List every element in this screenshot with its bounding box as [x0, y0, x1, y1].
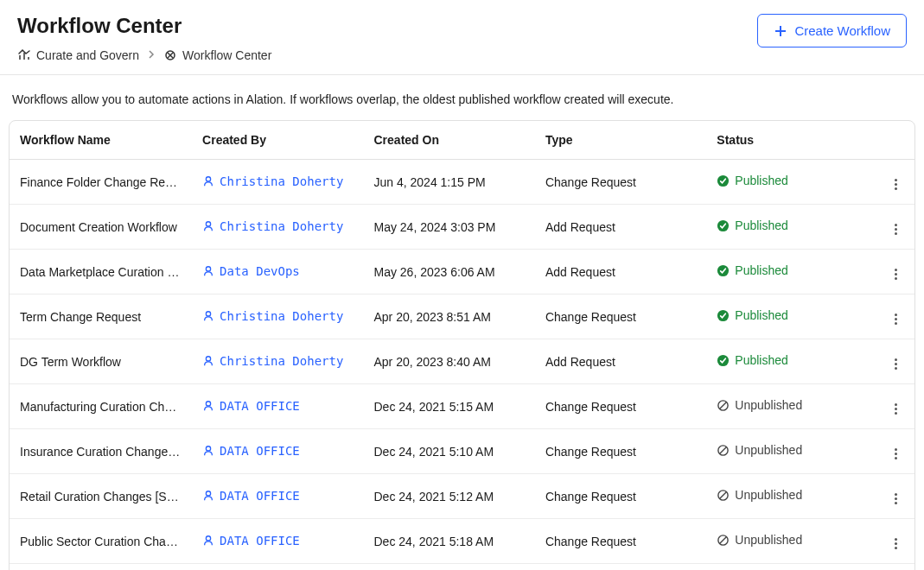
created-by-link[interactable]: Christina Doherty: [202, 174, 343, 188]
type-cell: Change Request: [535, 294, 706, 339]
create-workflow-label: Create Workflow: [794, 23, 890, 38]
created-by-link[interactable]: Christina Doherty: [202, 219, 343, 233]
prohibit-icon: [717, 534, 730, 547]
row-actions-menu[interactable]: [891, 175, 901, 193]
table-row[interactable]: Retail Curation Changes [Sn…DATA OFFICED…: [10, 474, 914, 519]
user-icon: [202, 535, 214, 547]
workflow-name-cell[interactable]: DG Term Workflow: [10, 339, 192, 384]
user-icon: [202, 400, 214, 412]
type-cell: Change Request: [535, 384, 706, 429]
page-title: Workflow Center: [17, 14, 182, 38]
workflow-name-cell[interactable]: Public Sector Curation Chan…: [10, 519, 192, 564]
table-row[interactable]: Finance Folder Change Req…Christina Dohe…: [10, 160, 914, 205]
table-row[interactable]: DG Term WorkflowChristina DohertyApr 20,…: [10, 339, 914, 384]
status-badge: Unpublished: [717, 443, 802, 457]
table-row[interactable]: Data Marketplace Curation …Data DevOpsMa…: [10, 250, 914, 294]
created-on-cell: Oct 14, 2022 8:17 AM: [364, 564, 535, 571]
svg-point-12: [206, 311, 210, 315]
created-on-cell: Dec 24, 2021 5:15 AM: [364, 384, 535, 429]
type-cell: Change Request: [535, 160, 706, 205]
table-row[interactable]: Insurance Curation Changes…DATA OFFICEDe…: [10, 429, 914, 474]
workflow-name-cell[interactable]: Data Marketplace Curation …: [10, 250, 192, 294]
column-header-created-by[interactable]: Created By: [192, 121, 363, 160]
create-workflow-button[interactable]: Create Workflow: [757, 14, 907, 48]
table-row[interactable]: Document Creation WorkflowChristina Dohe…: [10, 205, 914, 250]
svg-point-10: [206, 266, 210, 270]
created-by-link[interactable]: DATA OFFICE: [202, 534, 300, 548]
table-row[interactable]: Migration WorkflowChristina DohertyOct 1…: [10, 564, 914, 571]
row-actions-menu[interactable]: [891, 400, 901, 418]
svg-line-21: [720, 447, 727, 454]
row-actions-menu[interactable]: [891, 265, 901, 283]
workflow-name-cell[interactable]: Finance Folder Change Req…: [10, 160, 192, 205]
workflow-name-cell[interactable]: Term Change Request: [10, 294, 192, 339]
status-badge: Unpublished: [717, 398, 802, 412]
created-on-cell: Dec 24, 2021 5:12 AM: [364, 474, 535, 519]
workflow-table: Workflow Name Created By Created On Type…: [9, 120, 915, 570]
status-badge: Published: [717, 308, 788, 322]
workflow-name-cell[interactable]: Manufacturing Curation Ch…: [10, 384, 192, 429]
type-cell: Change Request: [535, 429, 706, 474]
column-header-created-on[interactable]: Created On: [364, 121, 535, 160]
created-on-cell: May 26, 2023 6:06 AM: [364, 250, 535, 294]
status-badge: Published: [717, 218, 788, 232]
check-circle-icon: [717, 354, 730, 367]
svg-line-18: [720, 402, 727, 409]
svg-point-14: [206, 356, 210, 360]
workflow-name-cell[interactable]: Retail Curation Changes [Sn…: [10, 474, 192, 519]
type-cell: Change Request: [535, 519, 706, 564]
row-actions-menu[interactable]: [891, 220, 901, 238]
table-row[interactable]: Manufacturing Curation Ch…DATA OFFICEDec…: [10, 384, 914, 429]
created-on-cell: Dec 24, 2021 5:18 AM: [364, 519, 535, 564]
created-by-link[interactable]: Data DevOps: [202, 264, 300, 278]
svg-point-25: [206, 535, 210, 540]
breadcrumb-current: Workflow Center: [163, 48, 271, 62]
workflow-icon: [163, 48, 177, 62]
prohibit-icon: [717, 489, 730, 502]
row-actions-menu[interactable]: [891, 310, 901, 328]
user-icon: [202, 220, 214, 232]
breadcrumb-root[interactable]: Curate and Govern: [17, 48, 139, 62]
plus-icon: [774, 24, 787, 38]
svg-point-6: [206, 176, 210, 180]
check-circle-icon: [717, 264, 730, 277]
svg-line-24: [720, 492, 727, 499]
check-circle-icon: [717, 174, 730, 187]
column-header-status[interactable]: Status: [706, 121, 877, 160]
table-row[interactable]: Term Change RequestChristina DohertyApr …: [10, 294, 914, 339]
check-circle-icon: [717, 309, 730, 322]
created-by-link[interactable]: Christina Doherty: [202, 309, 343, 323]
created-on-cell: Apr 20, 2023 8:51 AM: [364, 294, 535, 339]
created-on-cell: Apr 20, 2023 8:40 AM: [364, 339, 535, 384]
svg-point-16: [206, 401, 210, 405]
column-header-name[interactable]: Workflow Name: [10, 121, 192, 160]
user-icon: [202, 445, 214, 457]
user-icon: [202, 490, 214, 502]
row-actions-menu[interactable]: [891, 535, 901, 553]
created-by-link[interactable]: Christina Doherty: [202, 354, 343, 368]
table-row[interactable]: Public Sector Curation Chan…DATA OFFICED…: [10, 519, 914, 564]
type-cell: Change Request: [535, 474, 706, 519]
svg-point-19: [206, 446, 210, 450]
status-badge: Published: [717, 174, 788, 187]
svg-line-27: [720, 537, 727, 544]
svg-point-8: [206, 221, 210, 225]
created-by-link[interactable]: DATA OFFICE: [202, 489, 300, 503]
workflow-name-cell[interactable]: Document Creation Workflow: [10, 205, 192, 250]
user-icon: [202, 175, 214, 187]
breadcrumb: Curate and Govern Workflow Center: [17, 48, 907, 74]
status-badge: Unpublished: [717, 533, 802, 547]
row-actions-menu[interactable]: [891, 445, 901, 463]
created-by-link[interactable]: DATA OFFICE: [202, 399, 300, 413]
workflow-name-cell[interactable]: Insurance Curation Changes…: [10, 429, 192, 474]
created-on-cell: May 24, 2024 3:03 PM: [364, 205, 535, 250]
row-actions-menu[interactable]: [891, 490, 901, 508]
status-badge: Published: [717, 353, 788, 367]
column-header-type[interactable]: Type: [535, 121, 706, 160]
prohibit-icon: [717, 444, 730, 457]
row-actions-menu[interactable]: [891, 355, 901, 373]
type-cell: Add Request: [535, 205, 706, 250]
created-by-link[interactable]: DATA OFFICE: [202, 444, 300, 458]
svg-point-22: [206, 491, 210, 495]
workflow-name-cell[interactable]: Migration Workflow: [10, 564, 192, 571]
